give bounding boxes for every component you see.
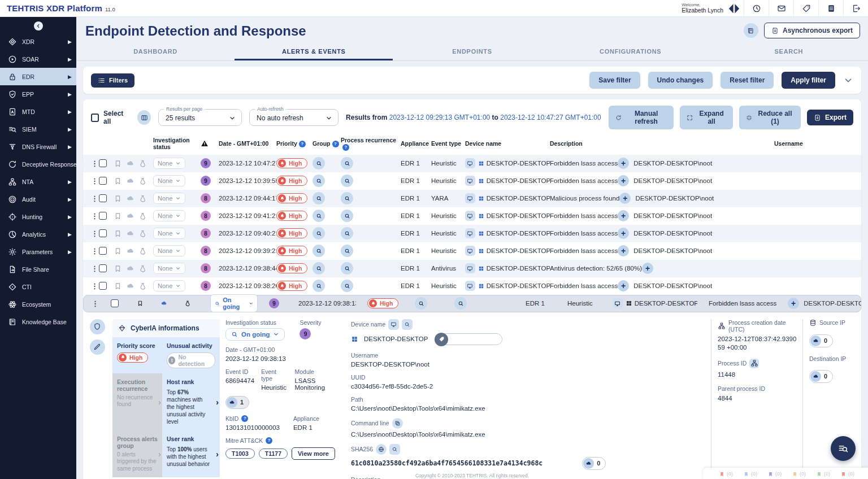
- row-menu-button[interactable]: ⋮: [91, 229, 99, 238]
- tab[interactable]: ENDPOINTS: [393, 43, 551, 60]
- quarantine-icon[interactable]: [138, 264, 147, 273]
- sha-comments-pill[interactable]: 0: [582, 457, 606, 470]
- row-checkbox[interactable]: [99, 247, 107, 255]
- recurrence-search-button[interactable]: [341, 280, 353, 292]
- comment-cloud-icon[interactable]: [126, 229, 134, 238]
- row-checkbox[interactable]: [99, 212, 107, 220]
- reset-filter-button[interactable]: Reset filter: [721, 72, 774, 89]
- quarantine-icon[interactable]: [138, 212, 147, 220]
- bookmark-filter[interactable]: (0): [792, 471, 806, 477]
- expand-all-button[interactable]: Expand all: [680, 106, 733, 129]
- tab[interactable]: DASHBOARD: [76, 43, 235, 60]
- process-tree-button[interactable]: [749, 359, 759, 368]
- alert-row[interactable]: ⋮ None 8 2023-12-12 09:39:21 High: [83, 242, 861, 260]
- hash-lookup-button[interactable]: [376, 444, 387, 455]
- sidebar-item[interactable]: File Share: [0, 260, 76, 278]
- row-checkbox[interactable]: [111, 299, 119, 307]
- group-search-button[interactable]: [313, 192, 325, 204]
- undo-changes-button[interactable]: Undo changes: [648, 72, 713, 89]
- bookmark-icon[interactable]: [137, 300, 144, 307]
- sidebar-item[interactable]: SIEM ▶: [0, 120, 76, 138]
- row-menu-button[interactable]: ⋮: [91, 247, 99, 255]
- copy-button[interactable]: [392, 418, 403, 429]
- help-icon[interactable]: ?: [299, 141, 306, 147]
- comment-cloud-icon[interactable]: [126, 212, 134, 220]
- investigation-status-select[interactable]: None: [153, 263, 185, 274]
- sidebar-item[interactable]: Hunting ▶: [0, 208, 76, 225]
- apply-filter-button[interactable]: Apply filter: [782, 72, 835, 89]
- help-icon[interactable]: ?: [332, 141, 339, 147]
- sidebar-item[interactable]: SOAR ▶: [0, 50, 76, 68]
- row-checkbox[interactable]: [99, 282, 107, 290]
- bookmark-icon[interactable]: [114, 159, 122, 168]
- alert-row[interactable]: ⋮ None 8 2023-12-12 09:40:21 High: [83, 225, 861, 242]
- to-date-link[interactable]: 2023-12-12 10:47:27 GMT+01:00: [500, 114, 601, 121]
- sidebar-item[interactable]: Analytics ▶: [0, 225, 76, 243]
- group-search-button[interactable]: [313, 175, 325, 187]
- sidebar-item[interactable]: XDR ▶: [0, 33, 76, 50]
- search-fab[interactable]: [831, 436, 856, 461]
- report-icon[interactable]: [818, 0, 843, 17]
- row-checkbox[interactable]: [99, 229, 107, 237]
- logout-icon[interactable]: [843, 0, 868, 17]
- row-menu-button[interactable]: ⋮: [91, 282, 99, 290]
- sidebar-item[interactable]: Knowledge Base: [0, 313, 76, 330]
- auto-refresh-select[interactable]: Auto-refresh No auto refresh: [249, 109, 338, 126]
- quarantine-icon[interactable]: [138, 247, 147, 255]
- row-menu-button[interactable]: ⋮: [91, 194, 99, 203]
- alert-row[interactable]: ⋮ None 9 2023-12-12 10:47:27 High: [83, 155, 861, 172]
- bookmark-icon[interactable]: [114, 212, 122, 220]
- device-view-button[interactable]: [465, 281, 475, 291]
- hash-search-button[interactable]: [389, 444, 400, 455]
- recurrence-search-button[interactable]: [454, 297, 467, 310]
- investigation-status-select[interactable]: None: [153, 210, 185, 221]
- add-button[interactable]: +: [618, 175, 629, 186]
- sidebar-item[interactable]: DNS Firewall ▶: [0, 138, 76, 155]
- tab[interactable]: CONFIGURATIONS: [552, 43, 710, 60]
- mail-icon[interactable]: [769, 0, 793, 17]
- tag-toggle[interactable]: [435, 333, 502, 345]
- device-view-button[interactable]: [613, 298, 623, 308]
- alert-row[interactable]: ⋮ None 8 2023-12-12 09:38:44 High: [83, 260, 861, 277]
- recurrence-search-button[interactable]: [341, 245, 353, 257]
- comment-cloud-icon[interactable]: [126, 247, 134, 255]
- group-search-button[interactable]: [313, 227, 325, 240]
- recurrence-search-button[interactable]: [341, 227, 353, 240]
- sidebar-collapse-button[interactable]: [34, 21, 43, 31]
- row-menu-button[interactable]: ⋮: [91, 177, 99, 185]
- investigation-status-select[interactable]: None: [153, 228, 185, 239]
- shield-action-button[interactable]: [90, 319, 105, 334]
- edit-action-button[interactable]: [90, 339, 105, 355]
- bookmark-filter[interactable]: (0): [743, 471, 757, 477]
- investigation-status-select[interactable]: None: [153, 158, 185, 169]
- view-more-button[interactable]: View more: [292, 447, 335, 460]
- bookmark-icon[interactable]: [114, 177, 122, 185]
- add-button[interactable]: +: [788, 298, 799, 309]
- add-button[interactable]: +: [618, 158, 629, 169]
- alert-row[interactable]: ⋮ None 8 2023-12-12 09:44:17 High: [83, 190, 861, 207]
- filters-button[interactable]: Filters: [91, 73, 134, 88]
- row-checkbox[interactable]: [99, 264, 107, 272]
- sidebar-item[interactable]: NTA ▶: [0, 173, 76, 190]
- alert-row[interactable]: ⋮ None 8 2023-12-12 09:38:20 High: [83, 277, 861, 295]
- async-export-button[interactable]: Asynchronous export: [764, 23, 860, 38]
- alert-row[interactable]: ⋮ None 9 2023-12-12 10:39:55 High: [83, 172, 861, 190]
- comments-pill[interactable]: 1: [225, 396, 249, 409]
- comment-cloud-icon[interactable]: [126, 194, 134, 203]
- add-button[interactable]: +: [642, 263, 653, 274]
- device-view-button[interactable]: [465, 228, 475, 238]
- sidebar-item[interactable]: Ecosystem: [0, 295, 76, 313]
- tab[interactable]: ALERTS & EVENTS: [235, 43, 393, 60]
- clock-icon[interactable]: [744, 0, 769, 17]
- user-rank-cell[interactable]: User rank Top 100% users with the highes…: [162, 430, 220, 478]
- device-view-button[interactable]: [465, 193, 475, 203]
- recurrence-search-button[interactable]: [341, 157, 353, 169]
- bookmark-filter[interactable]: (0): [840, 471, 854, 477]
- mitre-tag[interactable]: T1177: [259, 448, 288, 459]
- sidebar-item[interactable]: MTD ▶: [0, 103, 76, 120]
- report-queue-button[interactable]: [744, 23, 758, 38]
- save-filter-button[interactable]: Save filter: [589, 72, 640, 89]
- investigation-status-select[interactable]: None: [153, 175, 185, 186]
- investigation-status-select[interactable]: None: [153, 280, 185, 291]
- help-icon[interactable]: ?: [241, 415, 248, 422]
